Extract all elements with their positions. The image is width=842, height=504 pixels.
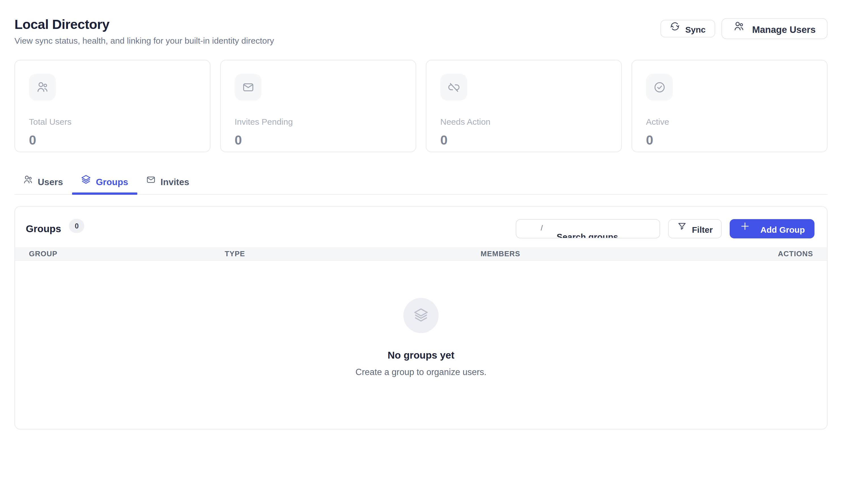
sync-button[interactable]: Sync bbox=[661, 20, 716, 37]
empty-state-subtitle: Create a group to organize users. bbox=[355, 367, 487, 377]
groups-panel-header: Groups 0 / Search groups Filter bbox=[15, 206, 827, 238]
layers-icon bbox=[403, 298, 439, 333]
search-placeholder-text: Search groups bbox=[557, 232, 618, 238]
stat-value: 0 bbox=[29, 132, 196, 148]
stat-label: Active bbox=[646, 117, 813, 127]
unlink-icon bbox=[440, 74, 467, 101]
filter-button[interactable]: Filter bbox=[668, 219, 722, 238]
local-directory-page: Local Directory View sync status, health… bbox=[0, 0, 842, 429]
page-subtitle: View sync status, health, and linking fo… bbox=[15, 36, 274, 46]
manage-users-button-label: Manage Users bbox=[752, 24, 815, 35]
users-icon bbox=[23, 175, 33, 185]
users-icon bbox=[29, 74, 56, 101]
stat-value: 0 bbox=[646, 132, 813, 148]
filter-button-label: Filter bbox=[692, 225, 713, 235]
stat-label: Total Users bbox=[29, 117, 196, 127]
stat-card-total-users: Total Users 0 bbox=[15, 60, 211, 152]
tab-invites[interactable]: Invites bbox=[137, 175, 198, 194]
stat-label: Needs Action bbox=[440, 117, 608, 127]
groups-title-wrap: Groups 0 bbox=[26, 222, 84, 236]
funnel-icon bbox=[677, 221, 687, 231]
page-title: Local Directory bbox=[15, 16, 274, 32]
stat-card-invites-pending: Invites Pending 0 bbox=[220, 60, 416, 152]
directory-tabs: Users Groups Invites bbox=[15, 175, 827, 195]
stat-value: 0 bbox=[234, 132, 402, 148]
column-header-type: TYPE bbox=[225, 249, 480, 258]
empty-state: No groups yet Create a group to organize… bbox=[15, 298, 827, 377]
sync-button-label: Sync bbox=[685, 25, 706, 35]
groups-count-badge: 0 bbox=[69, 219, 84, 233]
search-groups-input[interactable]: / Search groups bbox=[516, 219, 660, 238]
stat-card-active: Active 0 bbox=[631, 60, 827, 152]
check-circle-icon bbox=[646, 74, 673, 101]
manage-users-button[interactable]: Manage Users bbox=[721, 18, 827, 39]
stats-row: Total Users 0 Invites Pending 0 Needs Ac… bbox=[15, 60, 827, 152]
add-group-button-label: Add Group bbox=[760, 225, 805, 235]
groups-table-header: GROUP TYPE MEMBERS ACTIONS bbox=[15, 247, 827, 261]
groups-panel-title: Groups bbox=[26, 223, 61, 234]
add-group-button[interactable]: Add Group bbox=[730, 219, 814, 238]
column-header-group: GROUP bbox=[29, 249, 225, 258]
sync-refresh-icon bbox=[670, 21, 680, 31]
stat-card-needs-action: Needs Action 0 bbox=[426, 60, 622, 152]
column-header-actions: ACTIONS bbox=[778, 249, 813, 258]
groups-panel: Groups 0 / Search groups Filter bbox=[15, 206, 827, 429]
tab-users[interactable]: Users bbox=[15, 175, 72, 194]
empty-state-title: No groups yet bbox=[387, 349, 454, 361]
tab-invites-label: Invites bbox=[161, 177, 189, 187]
tab-groups-label: Groups bbox=[96, 177, 128, 187]
plus-icon bbox=[739, 220, 751, 232]
page-heading: Local Directory View sync status, health… bbox=[15, 16, 274, 46]
stat-label: Invites Pending bbox=[234, 117, 402, 127]
users-icon bbox=[733, 21, 745, 32]
mail-icon bbox=[234, 74, 262, 101]
mail-icon bbox=[146, 175, 156, 185]
tab-users-label: Users bbox=[38, 177, 63, 187]
tab-groups[interactable]: Groups bbox=[72, 175, 137, 194]
page-header: Local Directory View sync status, health… bbox=[15, 16, 827, 46]
search-shortcut-hint: / bbox=[541, 224, 543, 232]
header-actions: Sync Manage Users bbox=[661, 18, 827, 39]
stat-value: 0 bbox=[440, 132, 608, 148]
layers-icon bbox=[81, 174, 91, 185]
column-header-members: MEMBERS bbox=[480, 249, 778, 258]
groups-panel-controls: / Search groups Filter bbox=[516, 219, 814, 238]
